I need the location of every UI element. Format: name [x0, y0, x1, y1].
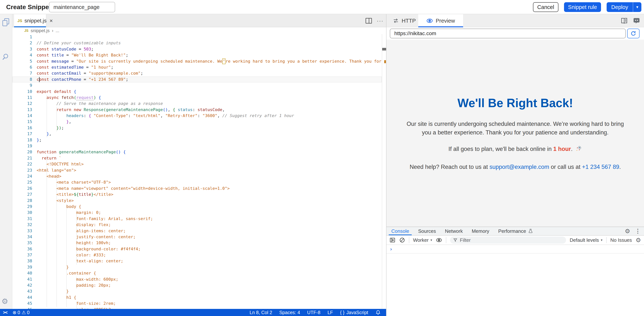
code-line[interactable]: 12 // Serve the maintenance page as a re…: [12, 101, 382, 107]
remote-indicator-icon[interactable]: ><: [3, 310, 7, 315]
console-filter[interactable]: [450, 236, 566, 244]
code-line[interactable]: 34 justify-content: center;: [12, 234, 382, 240]
code-line[interactable]: 37 color: #333;: [12, 252, 382, 258]
line-number: 11: [12, 95, 32, 101]
code-line[interactable]: 11 async fetch(request) {: [12, 95, 382, 101]
code-line[interactable]: 35 height: 100vh;: [12, 240, 382, 246]
discord-chat-icon[interactable]: [633, 17, 640, 25]
code-line[interactable]: 33 align-items: center;: [12, 228, 382, 234]
search-icon[interactable]: [2, 54, 10, 62]
cancel-button[interactable]: Cancel: [533, 2, 558, 12]
refresh-button[interactable]: [627, 29, 640, 38]
code-line[interactable]: 30 margin: 0;: [12, 210, 382, 216]
settings-gear-icon[interactable]: ⚙: [2, 297, 8, 305]
split-editor-icon[interactable]: [366, 18, 372, 24]
devtools-tab-sources[interactable]: Sources: [414, 227, 440, 235]
notifications-bell-icon[interactable]: [375, 310, 381, 315]
code-line[interactable]: 18};: [12, 137, 382, 143]
scrollbar-thumb[interactable]: [382, 48, 386, 51]
eol-setting[interactable]: LF: [328, 310, 333, 315]
breadcrumb-more[interactable]: ...: [56, 28, 59, 33]
encoding-setting[interactable]: UTF-8: [307, 310, 320, 315]
more-actions-icon[interactable]: ···: [377, 18, 384, 24]
execution-context-selector[interactable]: Worker▾: [413, 237, 432, 243]
code-line[interactable]: 43 }: [12, 288, 382, 294]
code-line[interactable]: 20function generateMaintenancePage() {: [12, 149, 382, 155]
code-line[interactable]: 38 text-align: center;: [12, 258, 382, 264]
code-line[interactable]: 9: [12, 83, 382, 88]
code-line[interactable]: 46 color: #0056b3;: [12, 307, 382, 309]
code-line[interactable]: 39 }: [12, 264, 382, 270]
code-line[interactable]: 42 padding: 20px;: [12, 282, 382, 288]
code-line[interactable]: 26 <meta name="viewport" content="width=…: [12, 185, 382, 191]
support-email-link[interactable]: support@example.com: [490, 164, 549, 170]
code-line[interactable]: 19: [12, 143, 382, 149]
code-line[interactable]: 1: [12, 34, 382, 40]
live-expression-eye-icon[interactable]: [436, 237, 442, 243]
clear-console-icon[interactable]: [399, 237, 405, 243]
code-line[interactable]: 32 display: flex;: [12, 222, 382, 228]
url-input[interactable]: [390, 29, 626, 38]
issues-counter[interactable]: No Issues: [610, 237, 632, 243]
code-line[interactable]: 16 });: [12, 125, 382, 131]
code-line[interactable]: 14 headers: { "Content-Type": "text/html…: [12, 113, 382, 119]
console-prompt-chevron[interactable]: ›: [390, 246, 393, 252]
code-line[interactable]: 23<html lang="en">: [12, 167, 382, 173]
devtools-tab-console[interactable]: Console: [387, 227, 414, 235]
snippet-rule-button[interactable]: Snippet rule: [564, 2, 601, 12]
deploy-split-button[interactable]: Deploy ▾: [606, 2, 642, 12]
code-line[interactable]: 7const contactEmail = "support@example.c…: [12, 70, 382, 76]
code-line[interactable]: 17 },: [12, 131, 382, 137]
code-line[interactable]: 22 <!DOCTYPE html>: [12, 161, 382, 167]
code-line[interactable]: 6const estimatedTime = "1 hour";: [12, 64, 382, 70]
console-settings-gear-icon[interactable]: ⚙: [636, 237, 641, 243]
code-line[interactable]: 5const message = "Our site is currently …: [12, 58, 382, 64]
close-tab-icon[interactable]: ×: [50, 18, 53, 24]
code-line[interactable]: 13 return new Response(generateMaintenan…: [12, 107, 382, 113]
code-line[interactable]: 3const statusCode = 503;: [12, 46, 382, 52]
devtools-settings-gear-icon[interactable]: ⚙: [625, 228, 630, 234]
code-line[interactable]: 8const contactPhone = "+1 234 567 89";: [12, 77, 382, 83]
tab-preview[interactable]: Preview: [418, 14, 463, 27]
devtools-tab-performance[interactable]: Performance: [494, 227, 538, 235]
devtools-kebab-menu-icon[interactable]: ⋮: [635, 228, 641, 234]
snippet-name-input[interactable]: [49, 2, 115, 12]
tab-http[interactable]: HTTP: [390, 14, 418, 27]
docs-book-icon[interactable]: [620, 17, 628, 25]
log-levels-dropdown[interactable]: Default levels▾: [570, 237, 602, 243]
code-line[interactable]: 24 <head>: [12, 173, 382, 179]
code-line[interactable]: 4const title = "We'll Be Right Back!";: [12, 52, 382, 58]
code-line[interactable]: 25 <meta charset="UTF-8">: [12, 179, 382, 185]
code-line[interactable]: 15 },: [12, 119, 382, 125]
code-line[interactable]: 10export default {: [12, 89, 382, 95]
cursor-position[interactable]: Ln 8, Col 2: [250, 310, 272, 315]
deploy-button[interactable]: Deploy: [606, 4, 633, 10]
code-line[interactable]: 29 body {: [12, 204, 382, 210]
devtools-tab-network[interactable]: Network: [440, 227, 467, 235]
console-prompt-row[interactable]: ›: [386, 245, 644, 253]
code-line[interactable]: 31 font-family: Arial, sans-serif;: [12, 216, 382, 222]
code-line[interactable]: 44 h1 {: [12, 294, 382, 300]
editor-scrollbar[interactable]: [382, 34, 386, 309]
code-line[interactable]: 45 font-size: 2rem;: [12, 300, 382, 306]
devtools-tab-memory[interactable]: Memory: [467, 227, 494, 235]
code-line[interactable]: 27 <title>${title}</title>: [12, 191, 382, 197]
code-line[interactable]: 2// Define your customizable inputs: [12, 40, 382, 46]
language-mode[interactable]: { } JavaScript: [340, 310, 368, 315]
deploy-dropdown-button[interactable]: ▾: [633, 2, 642, 12]
tab-snippet-js[interactable]: JS snippet.js ×: [14, 14, 46, 27]
filter-input[interactable]: [460, 237, 563, 243]
console-sidebar-toggle-icon[interactable]: [390, 237, 396, 243]
code-editor[interactable]: 12// Define your customizable inputs3con…: [12, 34, 382, 309]
code-line[interactable]: 28 <style>: [12, 198, 382, 204]
code-line[interactable]: 21 return `: [12, 155, 382, 161]
code-line[interactable]: 41 max-width: 600px;: [12, 276, 382, 282]
code-line[interactable]: 40 .container {: [12, 270, 382, 276]
breadcrumb[interactable]: JS snippet.js › ...: [12, 27, 386, 34]
code-line[interactable]: 36 background-color: #f4f4f4;: [12, 246, 382, 252]
phone-link[interactable]: +1 234 567 89: [582, 164, 619, 170]
breadcrumb-file[interactable]: snippet.js: [31, 28, 50, 33]
files-icon[interactable]: [2, 18, 10, 27]
indentation-setting[interactable]: Spaces: 4: [279, 310, 300, 315]
problems-indicator[interactable]: ⊗0 ⚠0: [12, 310, 30, 315]
